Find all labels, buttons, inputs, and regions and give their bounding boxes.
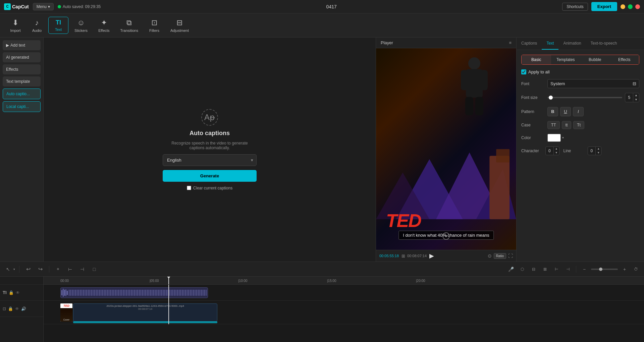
- ruler-mark-20: |20:00: [416, 278, 425, 283]
- sub-tab-bubble[interactable]: Bubble: [580, 55, 610, 64]
- sub-tab-basic[interactable]: Basic: [522, 55, 551, 64]
- tab-text-to-speech[interactable]: Text-to-speech: [586, 38, 622, 50]
- case-uppercase-button[interactable]: TT: [547, 121, 560, 129]
- sidebar-item-text-template[interactable]: Text template: [3, 76, 41, 87]
- clear-captions-checkbox[interactable]: Clear current captions: [187, 186, 232, 190]
- trim-start-tool[interactable]: ⊢: [65, 265, 75, 274]
- apply-all-checkbox[interactable]: [521, 69, 526, 74]
- screenshot-icon[interactable]: ⊙: [488, 253, 492, 259]
- undo-tool[interactable]: ↩: [23, 265, 33, 274]
- toolbar-filters[interactable]: ⊡ Filters: [144, 16, 164, 35]
- toolbar-audio[interactable]: ♪ Audio: [27, 16, 47, 35]
- sidebar-item-local-captions[interactable]: Local capti...: [3, 101, 41, 112]
- line-down[interactable]: ▼: [596, 151, 601, 155]
- caption-track-icon: TI: [3, 290, 7, 295]
- player-time-total: 00:08:07:14: [407, 254, 427, 258]
- caption-eye-icon[interactable]: 👁: [16, 290, 20, 295]
- case-lowercase-button[interactable]: tt: [562, 121, 572, 129]
- character-spinners[interactable]: ▲ ▼: [553, 147, 559, 155]
- zoom-slider-area[interactable]: [591, 269, 618, 270]
- minimize-button[interactable]: [621, 4, 625, 9]
- fullscreen-icon[interactable]: ⛶: [508, 253, 513, 259]
- clock-tool[interactable]: ⏱: [631, 265, 641, 274]
- tab-animation[interactable]: Animation: [558, 38, 586, 50]
- font-selector[interactable]: System ⊟: [547, 79, 639, 88]
- sub-tab-templates[interactable]: Templates: [551, 55, 581, 64]
- sidebar-item-ai-generated[interactable]: AI generated: [3, 52, 41, 62]
- lock-tool[interactable]: ⊠: [540, 265, 550, 274]
- export-button[interactable]: Export: [591, 2, 617, 11]
- video-filename: 2023s-jordan-klepper-001-9ad509a1-1243-4…: [106, 304, 184, 307]
- play-button[interactable]: ▶: [429, 252, 434, 260]
- playhead-ruler: [168, 277, 169, 284]
- sidebar-item-auto-captions[interactable]: Auto captio...: [3, 89, 41, 99]
- delete-tool[interactable]: □: [90, 265, 99, 274]
- toolbar-transitions[interactable]: ⧉ Transitions: [116, 16, 143, 35]
- zoom-in-tool[interactable]: +: [620, 265, 629, 274]
- tab-text[interactable]: Text: [542, 38, 558, 50]
- font-size-spinners[interactable]: ▲ ▼: [633, 93, 639, 102]
- video-lock-icon[interactable]: 🔒: [8, 306, 13, 311]
- snap-tool[interactable]: ⊟: [529, 265, 538, 274]
- redo-tool[interactable]: ↪: [36, 265, 45, 274]
- color-picker[interactable]: ▾: [547, 134, 564, 142]
- font-size-up[interactable]: ▲: [633, 93, 639, 98]
- toolbar-stickers[interactable]: ☺ Stickers: [70, 16, 92, 35]
- sidebar-item-effects[interactable]: Effects: [3, 64, 41, 74]
- grid-view-icon[interactable]: ⊞: [401, 253, 405, 259]
- bold-button[interactable]: B: [547, 107, 558, 116]
- video-audio-icon[interactable]: 🔊: [21, 306, 26, 311]
- video-eye-icon[interactable]: 👁: [15, 306, 19, 311]
- maximize-button[interactable]: [628, 4, 633, 9]
- trim2-tool[interactable]: ⊣: [563, 265, 573, 274]
- toolbar-adjustment[interactable]: ⊟ Adjustment: [166, 16, 194, 35]
- microphone-tool[interactable]: 🎤: [506, 265, 516, 274]
- character-down[interactable]: ▼: [554, 151, 559, 155]
- clear-captions-input[interactable]: [187, 186, 191, 190]
- italic-button[interactable]: I: [573, 107, 584, 116]
- shortcuts-label: Shortcuts: [567, 4, 584, 9]
- language-select[interactable]: English Spanish French German Chinese Ja…: [163, 154, 257, 166]
- apply-to-all[interactable]: Apply to all: [521, 69, 639, 74]
- line-up[interactable]: ▲: [596, 147, 601, 151]
- caption-lock-icon[interactable]: 🔒: [9, 290, 14, 295]
- split2-tool[interactable]: ⊢: [552, 265, 561, 274]
- toolbar-import[interactable]: ⬇ Import: [5, 16, 25, 35]
- rotation-handle[interactable]: [442, 232, 450, 241]
- line-spinners[interactable]: ▲ ▼: [595, 147, 601, 155]
- video-clip[interactable]: 2023s-jordan-klepper-001-9ad509a1-1243-4…: [73, 303, 217, 322]
- zoom-out-tool[interactable]: −: [580, 265, 589, 274]
- split-at-playhead-tool[interactable]: ⌖: [53, 265, 63, 274]
- close-button[interactable]: [635, 4, 640, 9]
- player-menu-icon[interactable]: ≡: [509, 40, 512, 45]
- generate-button[interactable]: Generate: [163, 170, 257, 182]
- font-size-slider-thumb: [549, 96, 553, 100]
- font-size-slider[interactable]: [547, 97, 622, 98]
- ratio-button[interactable]: Ratio: [494, 253, 506, 259]
- menu-button[interactable]: Menu ▾: [33, 3, 54, 10]
- case-titlecase-button[interactable]: Tt: [573, 121, 584, 129]
- select-tool[interactable]: ↖: [3, 265, 13, 274]
- font-size-down[interactable]: ▼: [633, 98, 639, 102]
- color-dropdown-icon[interactable]: ▾: [562, 136, 564, 139]
- sub-tab-effects[interactable]: Effects: [610, 55, 639, 64]
- player-title: Player: [381, 40, 393, 45]
- shortcuts-button[interactable]: Shortcuts: [562, 3, 588, 11]
- link-tool[interactable]: ⬡: [518, 265, 527, 274]
- toolbar-text[interactable]: TI Text: [48, 17, 68, 34]
- underline-button[interactable]: U: [560, 107, 571, 116]
- trim-end-tool[interactable]: ⊣: [77, 265, 87, 274]
- toolbar-effects[interactable]: ✦ Effects: [94, 16, 114, 35]
- sidebar-item-add-text[interactable]: ▶ Add text: [3, 40, 41, 50]
- color-swatch[interactable]: [547, 134, 561, 142]
- cover-thumbnail: TED Cover: [60, 303, 72, 322]
- tab-captions[interactable]: Captions: [517, 38, 542, 50]
- caption-clip[interactable]: [60, 287, 208, 298]
- video-placeholder: TED I don't know what 40% chance of rain…: [376, 48, 516, 250]
- character-up[interactable]: ▲: [554, 147, 559, 151]
- caption-wave-2: [63, 289, 64, 296]
- font-size-label: Font size: [521, 95, 545, 100]
- ruler-mark-10: |10:00: [238, 278, 248, 283]
- ratio-label: Ratio: [496, 254, 504, 258]
- select-arrow[interactable]: ▾: [13, 268, 15, 271]
